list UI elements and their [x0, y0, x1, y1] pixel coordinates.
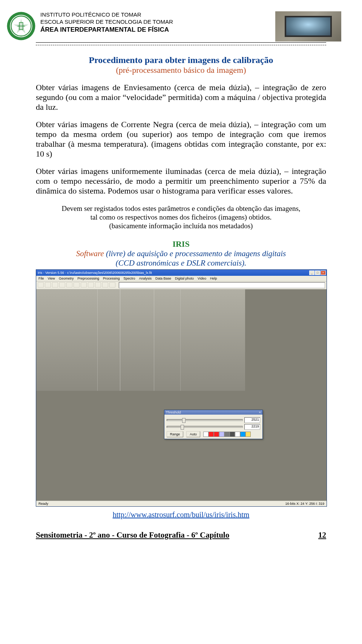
header-rule-solid — [36, 42, 326, 43]
document-title: Procedimento para obter imagens de calib… — [36, 55, 326, 65]
command-input[interactable] — [119, 282, 325, 288]
ccd-image-display[interactable] — [36, 289, 245, 391]
toolbar-button[interactable] — [45, 282, 51, 287]
iris-link[interactable]: http://www.astrosurf.com/buil/us/iris/ir… — [113, 510, 250, 519]
menu-digitalphoto[interactable]: Digital photo — [175, 277, 194, 280]
header-line3: ÁREA INTERDEPARTAMENTAL DE FÍSICA — [40, 26, 173, 34]
threshold-low-value[interactable]: 2219 — [244, 424, 260, 430]
toolbar — [36, 281, 327, 289]
palette-swatch[interactable] — [245, 432, 251, 437]
menu-file[interactable]: File — [38, 277, 44, 280]
palette-swatch[interactable] — [219, 432, 224, 437]
palette-swatch[interactable] — [230, 432, 235, 437]
toolbar-button[interactable] — [74, 282, 80, 287]
paragraph-dark: Obter várias imagens de Corrente Negra (… — [36, 120, 326, 159]
palette-swatches — [203, 432, 251, 437]
document-subtitle: (pré-processamento básico da imagem) — [36, 65, 326, 75]
threshold-close-icon[interactable]: × — [259, 410, 261, 414]
palette-swatch[interactable] — [214, 432, 219, 437]
page-footer: Sensitometria - 2º ano - Curso de Fotogr… — [36, 530, 326, 540]
menu-spectro[interactable]: Spectro — [123, 277, 135, 280]
header-rule-dashed — [36, 45, 326, 45]
toolbar-button[interactable] — [109, 282, 115, 287]
toolbar-button[interactable] — [59, 282, 65, 287]
toolbar-button[interactable] — [81, 282, 87, 287]
range-button[interactable]: Range — [167, 431, 184, 437]
toolbar-button[interactable] — [102, 282, 108, 287]
page-number: 12 — [318, 530, 326, 540]
paragraph-bias: Obter várias imagens de Enviesamento (ce… — [36, 83, 326, 112]
palette-swatch[interactable] — [203, 432, 209, 437]
iris-subtitle-2: (CCD astronómicas e DSLR comerciais). — [36, 258, 326, 268]
palette-swatch[interactable] — [240, 432, 245, 437]
note-line3: (basicamente informação incluída nos met… — [36, 221, 326, 230]
app-client-area: Threshold × 2521 2219 — [36, 289, 327, 501]
menu-preprocessing[interactable]: Preprocessing — [77, 277, 99, 280]
minimize-button[interactable]: _ — [309, 271, 314, 275]
threshold-high-value[interactable]: 2521 — [244, 417, 260, 423]
toolbar-button[interactable] — [95, 282, 101, 287]
threshold-low-slider[interactable] — [167, 426, 243, 428]
toolbar-button[interactable] — [52, 282, 58, 287]
maximize-button[interactable]: □ — [315, 271, 320, 275]
auto-button[interactable]: Auto — [186, 431, 200, 437]
menu-geometry[interactable]: Geometry — [59, 277, 74, 280]
app-titlebar[interactable]: Iris - Version 5.56 - c:\rui\astro\obser… — [36, 270, 327, 276]
footer-text: Sensitometria - 2º ano - Curso de Fotogr… — [36, 530, 229, 540]
menu-analysis[interactable]: Analysis — [139, 277, 152, 280]
header-line2: ESCOLA SUPERIOR DE TECNOLOGIA DE TOMAR — [40, 18, 173, 26]
iris-app-window: Iris - Version 5.56 - c:\rui\astro\obser… — [36, 269, 327, 507]
menu-processing[interactable]: Processing — [103, 277, 120, 280]
statusbar: Ready 16-bits X: 24 Y: 256 I: 319 — [36, 501, 327, 506]
palette-swatch[interactable] — [235, 432, 240, 437]
close-button[interactable]: × — [321, 271, 326, 275]
toolbar-button[interactable] — [88, 282, 94, 287]
paragraph-flat: Obter várias imagens uniformemente ilumi… — [36, 166, 326, 196]
palette-swatch[interactable] — [209, 432, 214, 437]
iris-heading: IRIS Software (livre) de aquisição e pro… — [36, 239, 326, 268]
menu-database[interactable]: Data Base — [155, 277, 171, 280]
iris-software-word: Software — [76, 249, 104, 258]
center-note: Devem ser registados todos estes parâmet… — [36, 204, 326, 231]
menubar: File View Geometry Preprocessing Process… — [36, 276, 327, 281]
iris-name: IRIS — [36, 239, 326, 249]
threshold-titlebar[interactable]: Threshold × — [164, 410, 262, 415]
menu-video[interactable]: Video — [198, 277, 206, 280]
iris-subtitle-1: Software (livre) de aquisição e processa… — [36, 249, 326, 258]
iris-url: http://www.astrosurf.com/buil/us/iris/ir… — [36, 510, 326, 519]
palette-swatch[interactable] — [224, 432, 230, 437]
toolbar-button[interactable] — [38, 282, 44, 287]
menu-view[interactable]: View — [48, 277, 55, 280]
page-header: INSTITUTO POLITÉCNICO DE TOMAR ESCOLA SU… — [36, 11, 326, 41]
note-line1: Devem ser registados todos estes parâmet… — [36, 204, 326, 213]
institution-logo — [6, 11, 36, 41]
note-line2: tal como os respectivos nomes dos fichei… — [36, 213, 326, 221]
iris-sub1-rest: (livre) de aquisição e processamento de … — [104, 249, 286, 258]
threshold-dialog: Threshold × 2521 2219 — [164, 410, 263, 439]
slider-thumb-icon[interactable] — [181, 425, 184, 430]
header-line1: INSTITUTO POLITÉCNICO DE TOMAR — [40, 11, 173, 18]
app-title: Iris - Version 5.56 - c:\rui\astro\obser… — [38, 271, 152, 275]
status-left: Ready — [38, 502, 48, 506]
threshold-title-text: Threshold — [166, 410, 181, 414]
slider-thumb-icon[interactable] — [182, 418, 186, 423]
threshold-high-slider[interactable] — [167, 419, 243, 421]
window-controls: _ □ × — [309, 271, 326, 275]
menu-help[interactable]: Help — [210, 277, 217, 280]
toolbar-button[interactable] — [66, 282, 72, 287]
ccd-chip-image — [275, 11, 341, 41]
status-right: 16-bits X: 24 Y: 256 I: 319 — [285, 502, 324, 506]
